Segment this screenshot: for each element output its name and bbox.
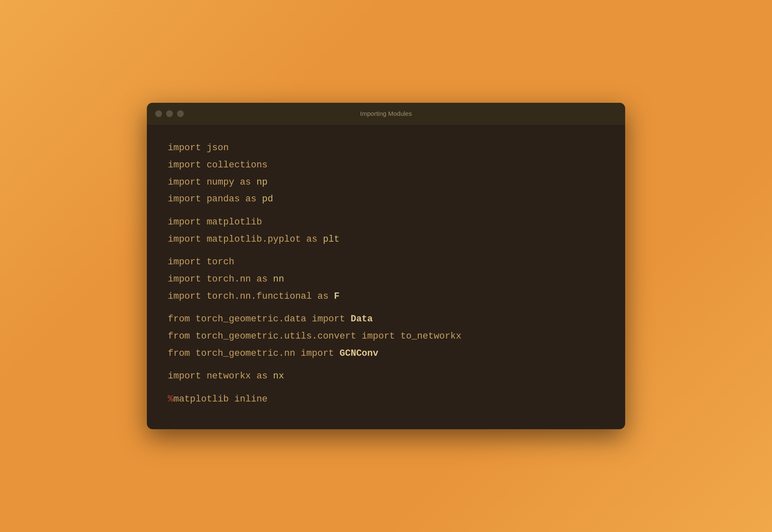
keyword: import <box>168 177 201 188</box>
alias-name: pd <box>256 194 273 204</box>
minimize-button[interactable] <box>166 110 173 117</box>
as-keyword: as <box>251 371 268 381</box>
module-name: torch_geometric.utils.convert <box>190 331 356 342</box>
traffic-lights <box>155 110 184 117</box>
import-keyword: import <box>306 314 345 324</box>
as-keyword: as <box>240 194 257 204</box>
alias-name: nn <box>268 274 284 284</box>
module-name: torch_geometric.data <box>190 314 306 324</box>
keyword: import <box>168 160 201 170</box>
window-title: Importing Modules <box>360 110 412 117</box>
code-line: import networkx as nx <box>168 368 604 385</box>
as-keyword: as <box>234 177 251 188</box>
alias-name: plt <box>317 234 339 245</box>
as-keyword: as <box>251 274 268 284</box>
as-keyword: as <box>301 234 318 245</box>
keyword: import <box>168 291 201 302</box>
module-name: networkx <box>201 371 251 381</box>
code-area: import json import collections import nu… <box>147 125 625 429</box>
blank-line <box>168 385 604 391</box>
import-keyword: import <box>295 348 334 359</box>
module-name: torch <box>201 257 234 267</box>
from-keyword: from <box>168 314 190 324</box>
keyword: import <box>168 234 201 245</box>
code-line: import numpy as np <box>168 174 604 191</box>
code-line: import collections <box>168 157 604 174</box>
alias-name: np <box>251 177 268 188</box>
code-line: import torch.nn.functional as F <box>168 288 604 305</box>
keyword: import <box>168 194 201 204</box>
module-name: matplotlib <box>201 217 262 227</box>
module-name: numpy <box>201 177 234 188</box>
magic-percent: % <box>168 394 173 404</box>
module-name: torch_geometric.nn <box>190 348 295 359</box>
keyword: import <box>168 274 201 284</box>
code-line: import torch <box>168 254 604 271</box>
code-line: import pandas as pd <box>168 191 604 208</box>
alias-name: nx <box>268 371 284 381</box>
code-line: from torch_geometric.nn import GCNConv <box>168 345 604 362</box>
code-line: from torch_geometric.data import Data <box>168 311 604 328</box>
blank-line <box>168 362 604 368</box>
module-name: pandas <box>201 194 240 204</box>
blank-line <box>168 208 604 214</box>
code-line: import torch.nn as nn <box>168 271 604 288</box>
module-name: json <box>201 143 229 153</box>
code-line: import matplotlib.pyplot as plt <box>168 231 604 248</box>
code-line: from torch_geometric.utils.convert impor… <box>168 328 604 345</box>
code-line: %matplotlib inline <box>168 391 604 408</box>
blank-line <box>168 305 604 311</box>
module-name: matplotlib.pyplot <box>201 234 301 245</box>
from-keyword: from <box>168 348 190 359</box>
titlebar: Importing Modules <box>147 103 625 125</box>
from-keyword: from <box>168 331 190 342</box>
close-button[interactable] <box>155 110 162 117</box>
as-keyword: as <box>312 291 329 302</box>
keyword: import <box>168 371 201 381</box>
keyword: import <box>168 143 201 153</box>
code-line: import matplotlib <box>168 214 604 231</box>
blank-line <box>168 248 604 254</box>
maximize-button[interactable] <box>177 110 184 117</box>
alias-bold: F <box>329 291 339 302</box>
module-name: collections <box>201 160 267 170</box>
imported-name-bold: GCNConv <box>334 348 378 359</box>
terminal-window: Importing Modules import json import col… <box>147 103 625 429</box>
module-name: torch.nn <box>201 274 251 284</box>
magic-command: matplotlib inline <box>173 394 267 404</box>
keyword: import <box>168 217 201 227</box>
keyword: import <box>168 257 201 267</box>
code-line: import json <box>168 140 604 157</box>
imported-name: to_networkx <box>395 331 461 342</box>
imported-name-bold: Data <box>345 314 373 324</box>
import-keyword: import <box>356 331 395 342</box>
module-name: torch.nn.functional <box>201 291 312 302</box>
